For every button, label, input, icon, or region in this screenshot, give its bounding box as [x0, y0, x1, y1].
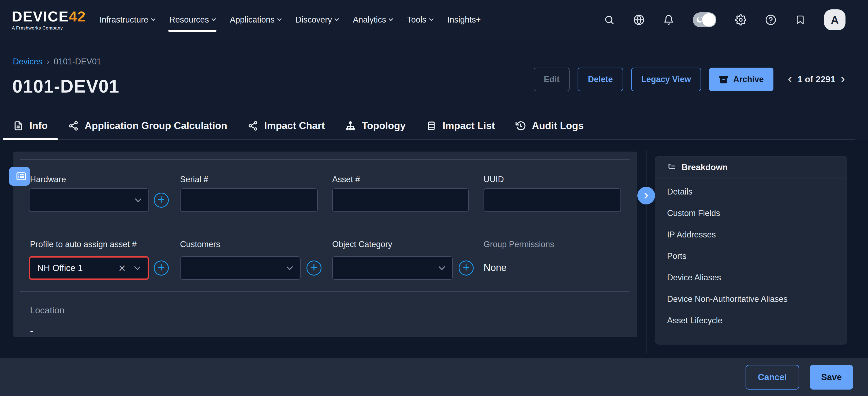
asset-input[interactable]	[332, 188, 469, 212]
menu-tools[interactable]: Tools	[407, 0, 433, 40]
globe-icon[interactable]	[633, 14, 645, 26]
list-icon	[16, 171, 27, 182]
sidebar-item-custom-fields[interactable]: Custom Fields	[655, 203, 847, 224]
chevron-down-icon	[211, 17, 216, 21]
breadcrumb: Devices › 0101-DEV01	[13, 57, 101, 66]
uuid-input[interactable]	[484, 188, 621, 212]
bookmark-icon[interactable]	[795, 15, 805, 25]
section-nav-toggle-button[interactable]	[9, 167, 30, 186]
location-label: Location	[30, 305, 65, 315]
breadcrumb-devices-link[interactable]: Devices	[13, 57, 42, 66]
group-permissions-value: None	[484, 262, 506, 274]
device-tabs: Info Application Group Calculation Impac…	[3, 113, 855, 140]
add-profile-button[interactable]: +	[154, 260, 169, 276]
tab-impact-chart[interactable]: Impact Chart	[237, 113, 335, 139]
pager-label: 1 of 2291	[798, 74, 835, 85]
serial-input[interactable]	[180, 188, 318, 212]
menu-insights-plus[interactable]: Insights+	[447, 0, 481, 40]
device-action-buttons: Edit Delete Legacy View Archive ‹ 1 of 2…	[534, 67, 845, 91]
menu-infrastructure[interactable]: Infrastructure	[99, 0, 155, 40]
hub-network-icon	[68, 120, 79, 131]
hardware-label: Hardware	[30, 175, 66, 184]
user-avatar[interactable]: A	[824, 9, 845, 30]
chevron-down-icon	[429, 17, 433, 21]
sidebar-item-ports[interactable]: Ports	[655, 246, 847, 267]
main-menu: Infrastructure Resources Applications Di…	[99, 0, 480, 40]
sidebar-item-device-aliases[interactable]: Device Aliases	[655, 267, 847, 288]
menu-resources[interactable]: Resources	[169, 0, 215, 40]
pager-next-icon[interactable]: ›	[841, 72, 845, 87]
chevron-down-icon	[135, 196, 141, 202]
cancel-button[interactable]: Cancel	[746, 365, 799, 390]
chevron-down-icon	[277, 17, 282, 21]
tab-application-group-calculation[interactable]: Application Group Calculation	[58, 113, 237, 139]
menu-applications[interactable]: Applications	[230, 0, 281, 40]
pager-previous-icon[interactable]: ‹	[788, 72, 792, 87]
uuid-label: UUID	[484, 175, 504, 184]
rows-list-icon	[426, 120, 437, 131]
serial-label: Serial #	[180, 175, 208, 184]
clear-selection-icon[interactable]: ×	[118, 262, 126, 274]
location-value: -	[30, 326, 33, 337]
theme-toggle[interactable]	[693, 12, 716, 27]
legacy-view-button[interactable]: Legacy View	[631, 67, 701, 91]
sidebar-item-asset-lifecycle[interactable]: Asset Lifecycle	[655, 310, 847, 331]
profile-select-value: NH Office 1	[37, 263, 83, 273]
nav-icon-group: A	[604, 9, 856, 30]
sidebar-item-device-non-authoritative-aliases[interactable]: Device Non-Authoritative Aliases	[655, 288, 847, 310]
chevron-down-icon	[335, 17, 339, 21]
chevron-down-icon	[151, 17, 155, 21]
add-hardware-button[interactable]: +	[154, 193, 169, 208]
section-divider	[20, 159, 630, 160]
section-divider	[20, 291, 630, 292]
save-button[interactable]: Save	[810, 365, 853, 390]
chevron-down-icon	[134, 263, 141, 270]
device-info-form-panel: Hardware Serial # Asset # UUID + Profile…	[13, 151, 637, 337]
tab-topology[interactable]: Topology	[335, 113, 416, 139]
hub-network-icon	[248, 120, 258, 131]
object-category-label: Object Category	[332, 239, 392, 249]
customers-label: Customers	[180, 239, 220, 249]
topology-tree-icon	[345, 120, 356, 131]
hardware-select[interactable]	[29, 188, 149, 212]
group-permissions-label: Group Permissions	[484, 239, 554, 249]
edit-button[interactable]: Edit	[534, 67, 570, 91]
record-pager: ‹ 1 of 2291 ›	[788, 72, 845, 87]
archive-label: Archive	[733, 75, 764, 84]
delete-button[interactable]: Delete	[578, 67, 623, 91]
chevron-down-icon	[286, 263, 293, 270]
object-category-select[interactable]	[332, 256, 453, 280]
breakdown-title: Breakdown	[682, 162, 727, 172]
chevron-down-icon	[439, 263, 445, 270]
chevron-down-icon	[389, 17, 393, 21]
menu-analytics[interactable]: Analytics	[353, 0, 393, 40]
search-icon[interactable]	[604, 15, 615, 25]
logo-wordmark: DEVICE42	[12, 9, 86, 24]
help-icon[interactable]	[765, 14, 776, 26]
notifications-bell-icon[interactable]	[663, 15, 674, 25]
toggle-knob	[702, 13, 716, 27]
tab-info[interactable]: Info	[3, 113, 58, 139]
add-object-category-button[interactable]: +	[459, 260, 474, 276]
settings-gear-icon[interactable]	[735, 14, 746, 26]
sidebar-collapse-button[interactable]	[637, 187, 655, 204]
customers-select[interactable]	[180, 256, 301, 280]
document-icon	[13, 120, 24, 131]
page-title: 0101-DEV01	[12, 76, 119, 96]
panel-sidebar-divider	[646, 150, 646, 353]
archive-button[interactable]: Archive	[709, 67, 773, 91]
content-area: Hardware Serial # Asset # UUID + Profile…	[0, 140, 868, 358]
breadcrumb-separator: ›	[46, 57, 49, 66]
archive-icon	[719, 75, 728, 84]
profile-auto-assign-select[interactable]: NH Office 1 ×	[29, 256, 149, 280]
tab-impact-list[interactable]: Impact List	[416, 113, 505, 139]
breakdown-tree-icon	[667, 163, 676, 172]
chevron-right-icon	[643, 193, 649, 199]
menu-discovery[interactable]: Discovery	[296, 0, 338, 40]
sidebar-item-ip-addresses[interactable]: IP Addresses	[655, 224, 847, 246]
add-customer-button[interactable]: +	[307, 260, 321, 276]
sidebar-item-details[interactable]: Details	[655, 181, 847, 203]
tab-audit-logs[interactable]: Audit Logs	[505, 113, 594, 139]
breakdown-list: Details Custom Fields IP Addresses Ports…	[655, 178, 847, 331]
device42-logo[interactable]: DEVICE42 A Freshworks Company	[12, 9, 86, 31]
